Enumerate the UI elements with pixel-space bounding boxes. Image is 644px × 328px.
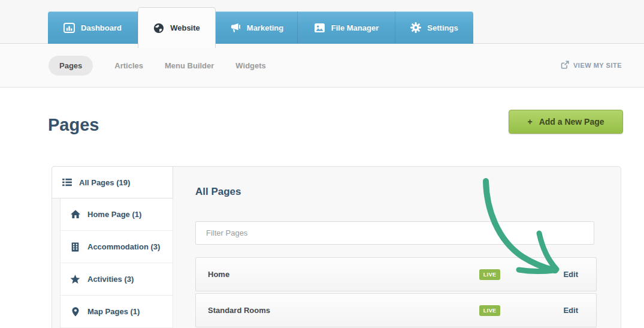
external-link-icon: [561, 61, 569, 70]
gear-icon: [410, 22, 421, 33]
page-row-home[interactable]: Home LIVE Edit: [195, 257, 597, 291]
add-new-page-button[interactable]: + Add a New Page: [509, 110, 623, 134]
bar-chart-icon: [64, 23, 75, 33]
sidebar-item-label: Map Pages (1): [87, 307, 140, 316]
app-window: Dashboard Website: [0, 0, 644, 328]
main-tabs: Dashboard Website: [48, 7, 473, 44]
status-badge: LIVE: [479, 305, 501, 316]
sidebar-item-label: Activities (3): [87, 275, 134, 284]
tab-label: Marketing: [247, 23, 283, 32]
pages-list: Home LIVE Edit Standard Rooms LIVE Edit: [195, 257, 597, 328]
sidebar-item-activities[interactable]: Activities (3): [61, 263, 173, 296]
top-navigation-bar: Dashboard Website: [0, 0, 644, 44]
status-badge: LIVE: [479, 269, 501, 280]
tab-label: Settings: [427, 23, 458, 32]
globe-icon: [153, 23, 164, 34]
sidebar-item-all-pages[interactable]: All Pages (19): [52, 166, 173, 198]
image-icon: [314, 23, 325, 33]
tab-settings[interactable]: Settings: [395, 11, 473, 44]
edit-link[interactable]: Edit: [563, 270, 578, 279]
view-my-site-label: VIEW MY SITE: [573, 62, 622, 69]
filter-pages-input[interactable]: [195, 221, 594, 245]
tab-marketing[interactable]: Marketing: [216, 11, 298, 44]
tab-file-manager[interactable]: File Manager: [298, 11, 395, 44]
tab-label: File Manager: [331, 23, 379, 32]
home-icon: [70, 210, 80, 219]
plus-icon: +: [527, 117, 532, 127]
sidebar-item-label: All Pages (19): [79, 178, 130, 187]
tab-label: Dashboard: [81, 23, 122, 32]
subnav-item-articles[interactable]: Articles: [114, 61, 143, 70]
list-icon: [62, 178, 72, 186]
megaphone-icon: [229, 23, 241, 33]
page-row-title: Standard Rooms: [208, 306, 479, 315]
page-row-standard-rooms[interactable]: Standard Rooms LIVE Edit: [195, 293, 597, 327]
map-pin-icon: [70, 307, 80, 317]
tab-website[interactable]: Website: [138, 7, 216, 48]
sidebar-filter-list: Home Page (1) Accommodation: [60, 198, 173, 328]
tab-label: Website: [170, 23, 200, 32]
page-title: Pages: [48, 115, 99, 135]
star-icon: [70, 275, 80, 284]
section-heading: All Pages: [195, 186, 241, 198]
subnav-item-menu-builder[interactable]: Menu Builder: [165, 61, 214, 70]
page-content: Pages + Add a New Page All Pages (19): [0, 88, 644, 328]
sidebar-item-label: Home Page (1): [87, 210, 141, 219]
subnav-item-pages[interactable]: Pages: [49, 56, 93, 76]
edit-link[interactable]: Edit: [563, 306, 578, 315]
pages-panel: All Pages (19) Home Page (1): [52, 166, 621, 328]
sidebar-item-home-page[interactable]: Home Page (1): [61, 198, 173, 231]
subnav-item-widgets[interactable]: Widgets: [235, 61, 265, 70]
building-icon: [70, 242, 80, 252]
sidebar-item-map-pages[interactable]: Map Pages (1): [61, 296, 173, 328]
add-new-page-label: Add a New Page: [539, 117, 604, 127]
page-row-title: Home: [208, 270, 479, 279]
tab-dashboard[interactable]: Dashboard: [48, 11, 138, 44]
sidebar-item-label: Accommodation (3): [87, 242, 160, 251]
sub-navigation-bar: Pages Articles Menu Builder Widgets VIEW…: [0, 44, 644, 88]
sidebar-item-accommodation[interactable]: Accommodation (3): [61, 231, 173, 263]
view-my-site-link[interactable]: VIEW MY SITE: [561, 61, 622, 70]
